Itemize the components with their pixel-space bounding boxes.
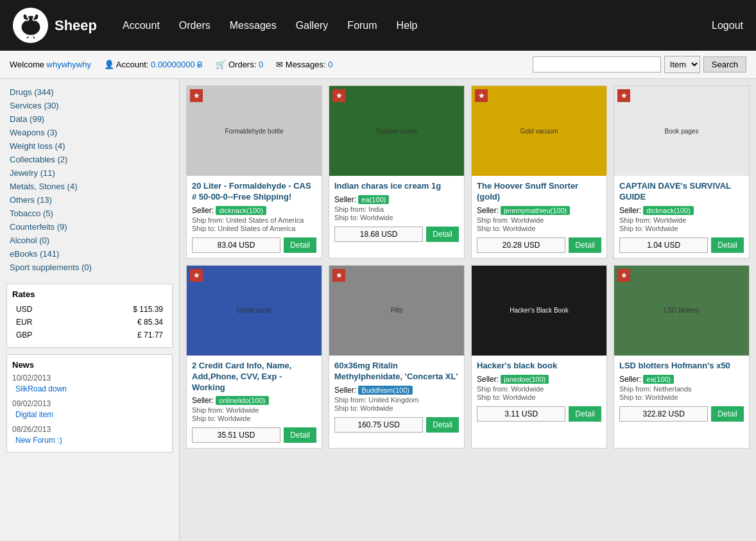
price-row: 3.11 USD Detail: [477, 406, 601, 422]
ship-to: Ship to: Worldwide: [477, 393, 601, 401]
sidebar-category[interactable]: Weight loss (4): [6, 139, 173, 153]
sidebar-category[interactable]: Weapons (3): [6, 126, 173, 139]
category-list: Drugs (344)Services (30)Data (99)Weapons…: [6, 85, 173, 274]
logo-icon: [13, 8, 48, 43]
nav-orders[interactable]: Orders: [179, 20, 210, 31]
star-badge: ★: [475, 89, 488, 102]
sidebar-category[interactable]: Alcohol (0): [6, 234, 173, 247]
detail-button[interactable]: Detail: [426, 417, 459, 433]
product-info: 20 Liter - Formaldehyde - CAS # 50-00-0-…: [187, 176, 322, 258]
nav-help[interactable]: Help: [397, 20, 418, 31]
account-icon: 👤: [104, 60, 114, 69]
detail-button[interactable]: Detail: [569, 237, 601, 253]
sidebar-category[interactable]: Jewelry (11): [6, 166, 173, 180]
detail-button[interactable]: Detail: [711, 237, 744, 253]
product-card: ★ Pills 60x36mg Ritalin Methylphenidate,…: [329, 265, 465, 449]
rate-row: USD$ 115.39: [13, 304, 166, 315]
currency-label: GBP: [13, 329, 71, 341]
news-link[interactable]: Digital item: [12, 408, 167, 421]
product-image: Credit cards: [187, 266, 322, 356]
product-title[interactable]: Indian charas ice cream 1g: [334, 181, 459, 192]
detail-button[interactable]: Detail: [426, 227, 459, 242]
sidebar-category[interactable]: Services (30): [6, 99, 173, 112]
sidebar: Drugs (344)Services (30)Data (99)Weapons…: [0, 79, 180, 541]
search-input[interactable]: [533, 56, 661, 73]
rates-title: Rates: [12, 289, 167, 299]
svg-line-8: [27, 36, 28, 38]
welcome-text: Welcome whywhywhy: [10, 60, 91, 69]
logo-text: Sheep: [55, 17, 97, 34]
product-info: Indian charas ice cream 1g Seller: ea(10…: [329, 176, 464, 247]
product-title[interactable]: CAPTAIN DAVE's SURVIVAL GUIDE: [619, 181, 744, 203]
sidebar-category[interactable]: Sport supplements (0): [6, 261, 173, 274]
sidebar-category[interactable]: Others (13): [6, 193, 173, 207]
price-row: 20.28 USD Detail: [477, 237, 601, 253]
currency-value: € 85.34: [72, 316, 166, 328]
product-seller: Seller: dicknack(100): [192, 206, 316, 215]
envelope-icon: ✉: [276, 60, 283, 69]
welcome-bar: Welcome whywhywhy 👤 Account: 0.00000000 …: [0, 51, 756, 79]
product-title[interactable]: Hacker's black book: [477, 361, 601, 372]
product-info: 60x36mg Ritalin Methylphenidate, 'Concer…: [329, 356, 464, 438]
sidebar-category[interactable]: eBooks (141): [6, 247, 173, 261]
product-seller: Seller: onlinelido(100): [192, 396, 316, 405]
product-image: Hacker's Black Book: [472, 266, 606, 356]
detail-button[interactable]: Detail: [284, 237, 316, 253]
price-row: 35.51 USD Detail: [192, 427, 316, 443]
seller-badge: janedoe(100): [501, 375, 549, 384]
sidebar-category[interactable]: Counterfeits (9): [6, 220, 173, 234]
product-image: Pills: [329, 266, 464, 356]
sidebar-category[interactable]: Tobacco (5): [6, 207, 173, 220]
nav-forum[interactable]: Forum: [347, 20, 377, 31]
product-title[interactable]: 60x36mg Ritalin Methylphenidate, 'Concer…: [334, 361, 459, 382]
sidebar-category[interactable]: Data (99): [6, 112, 173, 126]
product-info: The Hoover Snuff Snorter (gold) Seller: …: [472, 176, 606, 258]
header: Sheep Account Orders Messages Gallery Fo…: [0, 0, 756, 51]
price-row: 18.68 USD Detail: [334, 227, 459, 242]
search-type-select[interactable]: Item: [664, 56, 700, 73]
product-card: ★ LSD blotters LSD blotters Hofmann's x5…: [614, 265, 750, 449]
account-balance[interactable]: 0.00000000 Ƀ: [151, 60, 203, 69]
ship-from: Ship from: United Kingdom: [334, 396, 459, 404]
news-link[interactable]: New Forum :): [12, 434, 167, 447]
star-badge: ★: [332, 89, 345, 102]
price-display: 322.82 USD: [619, 406, 708, 422]
price-display: 83.04 USD: [192, 237, 280, 253]
product-image: Formaldehyde bottle: [187, 86, 322, 176]
account-info: 👤 Account: 0.00000000 Ƀ: [104, 60, 203, 69]
news-date: 09/02/2013: [12, 399, 167, 408]
star-badge: ★: [617, 269, 630, 282]
seller-badge: Buddhism(100): [358, 386, 413, 395]
detail-button[interactable]: Detail: [711, 406, 744, 422]
username-link[interactable]: whywhywhy: [47, 60, 91, 69]
ship-from: Ship from: Worldwide: [477, 385, 601, 393]
product-title[interactable]: 20 Liter - Formaldehyde - CAS # 50-00-0-…: [192, 181, 316, 203]
detail-button[interactable]: Detail: [569, 406, 601, 422]
product-title[interactable]: 2 Credit Card Info, Name, Add,Phone, CVV…: [192, 361, 316, 393]
nav-account[interactable]: Account: [123, 20, 160, 31]
product-seller: Seller: ea(100): [619, 375, 744, 384]
orders-info: 🛒 Orders: 0: [216, 60, 263, 69]
product-image: Book pages: [614, 86, 749, 176]
product-image: LSD blotters: [614, 266, 749, 356]
sidebar-category[interactable]: Drugs (344): [6, 85, 173, 99]
price-display: 20.28 USD: [477, 237, 565, 253]
product-card: ★ Gold vacuum The Hoover Snuff Snorter (…: [471, 85, 607, 259]
nav-gallery[interactable]: Gallery: [296, 20, 329, 31]
orders-count[interactable]: 0: [259, 60, 263, 69]
product-title[interactable]: LSD blotters Hofmann's x50: [619, 361, 744, 372]
nav-messages[interactable]: Messages: [230, 20, 277, 31]
ship-to: Ship to: Worldwide: [192, 415, 316, 422]
detail-button[interactable]: Detail: [284, 427, 316, 443]
ship-to: Ship to: Worldwide: [477, 225, 601, 232]
news-date: 08/26/2013: [12, 425, 167, 434]
messages-count[interactable]: 0: [328, 60, 332, 69]
sidebar-category[interactable]: Collectables (2): [6, 153, 173, 166]
rate-row: EUR€ 85.34: [13, 316, 166, 328]
messages-info: ✉ Messages: 0: [276, 60, 332, 69]
news-link[interactable]: SilkRoad down: [12, 382, 167, 395]
sidebar-category[interactable]: Metals, Stones (4): [6, 180, 173, 193]
search-button[interactable]: Search: [703, 56, 746, 73]
product-title[interactable]: The Hoover Snuff Snorter (gold): [477, 181, 601, 203]
logout-button[interactable]: Logout: [712, 20, 743, 31]
